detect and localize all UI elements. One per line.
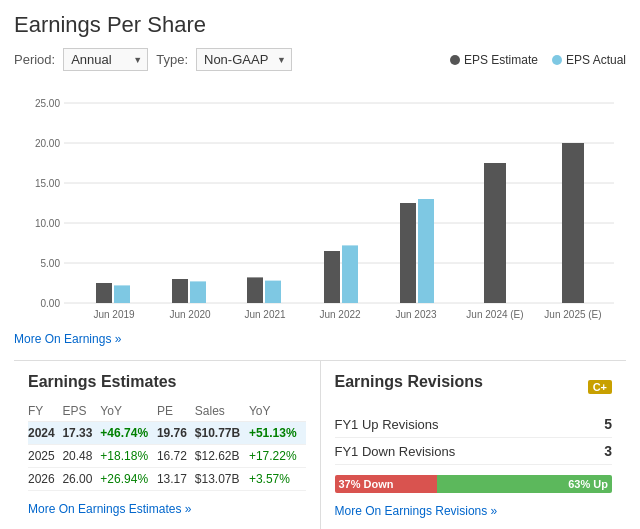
estimates-row-2024: 2024 17.33 +46.74% 19.76 $10.77B +51.13% — [28, 422, 306, 445]
fy1-up-row: FY1 Up Revisions 5 — [335, 411, 613, 438]
yoy-2024: +46.74% — [100, 422, 157, 445]
col-eps: EPS — [62, 401, 100, 422]
bar-2025-dark — [562, 143, 584, 303]
sales-yoy-2024: +51.13% — [249, 422, 306, 445]
bar-2021-dark — [247, 277, 263, 303]
period-select-wrapper[interactable]: Annual Quarterly — [63, 48, 148, 71]
eps-2024: 17.33 — [62, 422, 100, 445]
type-select-wrapper[interactable]: Non-GAAP GAAP — [196, 48, 292, 71]
bar-2021-blue — [265, 281, 281, 303]
estimates-title: Earnings Estimates — [28, 373, 306, 391]
grade-badge: C+ — [588, 380, 612, 394]
period-label: Period: — [14, 52, 55, 67]
more-revisions-link[interactable]: More On Earnings Revisions » — [335, 504, 498, 518]
actual-dot — [552, 55, 562, 65]
controls-row: Period: Annual Quarterly Type: Non-GAAP … — [14, 48, 626, 71]
col-sales-yoy: YoY — [249, 401, 306, 422]
fy1-up-val: 5 — [604, 416, 612, 432]
svg-text:10.00: 10.00 — [35, 218, 60, 229]
col-sales: Sales — [195, 401, 249, 422]
pe-2024: 19.76 — [157, 422, 195, 445]
svg-text:25.00: 25.00 — [35, 98, 60, 109]
down-pct-label: 37% Down — [339, 478, 394, 490]
up-pct-label: 63% Up — [568, 478, 608, 490]
sales-2025: $12.62B — [195, 445, 249, 468]
fy1-down-label: FY1 Down Revisions — [335, 444, 456, 459]
col-pe: PE — [157, 401, 195, 422]
yoy-2026: +26.94% — [100, 468, 157, 491]
pe-2025: 16.72 — [157, 445, 195, 468]
revisions-header: Earnings Revisions C+ — [335, 373, 613, 401]
type-label: Type: — [156, 52, 188, 67]
chart-area: 25.00 20.00 15.00 10.00 5.00 0.00 — [14, 83, 626, 323]
svg-text:Jun 2019: Jun 2019 — [93, 309, 135, 320]
period-select[interactable]: Annual Quarterly — [63, 48, 148, 71]
estimates-header-row: FY EPS YoY PE Sales YoY — [28, 401, 306, 422]
fy1-up-label: FY1 Up Revisions — [335, 417, 439, 432]
fy-2025: 2025 — [28, 445, 62, 468]
chart-svg: 25.00 20.00 15.00 10.00 5.00 0.00 — [14, 83, 626, 323]
eps-2026: 26.00 — [62, 468, 100, 491]
bar-2022-blue — [342, 245, 358, 303]
estimate-dot — [450, 55, 460, 65]
type-select[interactable]: Non-GAAP GAAP — [196, 48, 292, 71]
col-yoy: YoY — [100, 401, 157, 422]
page-title: Earnings Per Share — [14, 12, 626, 38]
bar-2019-dark — [96, 283, 112, 303]
svg-text:Jun 2023: Jun 2023 — [395, 309, 437, 320]
svg-text:0.00: 0.00 — [41, 298, 61, 309]
estimate-label: EPS Estimate — [464, 53, 538, 67]
revisions-title: Earnings Revisions — [335, 373, 484, 391]
main-container: Earnings Per Share Period: Annual Quarte… — [0, 0, 640, 529]
more-estimates-link[interactable]: More On Earnings Estimates » — [28, 502, 191, 516]
fy-2024: 2024 — [28, 422, 62, 445]
svg-text:5.00: 5.00 — [41, 258, 61, 269]
actual-label: EPS Actual — [566, 53, 626, 67]
more-earnings-link[interactable]: More On Earnings » — [14, 332, 121, 346]
svg-text:Jun 2025 (E): Jun 2025 (E) — [544, 309, 601, 320]
legend-actual: EPS Actual — [552, 53, 626, 67]
fy1-down-val: 3 — [604, 443, 612, 459]
pe-2026: 13.17 — [157, 468, 195, 491]
estimates-row-2025: 2025 20.48 +18.18% 16.72 $12.62B +17.22% — [28, 445, 306, 468]
bar-2019-blue — [114, 285, 130, 303]
sales-yoy-2026: +3.57% — [249, 468, 306, 491]
revisions-panel: Earnings Revisions C+ FY1 Up Revisions 5… — [321, 361, 627, 529]
svg-text:Jun 2022: Jun 2022 — [319, 309, 361, 320]
bar-2020-blue — [190, 281, 206, 303]
estimates-row-2026: 2026 26.00 +26.94% 13.17 $13.07B +3.57% — [28, 468, 306, 491]
svg-text:Jun 2020: Jun 2020 — [169, 309, 211, 320]
bar-2020-dark — [172, 279, 188, 303]
col-fy: FY — [28, 401, 62, 422]
fy-2026: 2026 — [28, 468, 62, 491]
bottom-panels: Earnings Estimates FY EPS YoY PE Sales Y… — [14, 360, 626, 529]
sales-2024: $10.77B — [195, 422, 249, 445]
legend-estimate: EPS Estimate — [450, 53, 538, 67]
bar-2023-dark — [400, 203, 416, 303]
progress-bar-up: 63% Up — [437, 475, 612, 493]
sales-yoy-2025: +17.22% — [249, 445, 306, 468]
svg-text:20.00: 20.00 — [35, 138, 60, 149]
bar-2023-blue — [418, 199, 434, 303]
sales-2026: $13.07B — [195, 468, 249, 491]
svg-text:15.00: 15.00 — [35, 178, 60, 189]
estimates-panel: Earnings Estimates FY EPS YoY PE Sales Y… — [14, 361, 321, 529]
progress-bar-down: 37% Down — [335, 475, 438, 493]
progress-bar: 37% Down 63% Up — [335, 475, 613, 493]
svg-text:Jun 2024 (E): Jun 2024 (E) — [466, 309, 523, 320]
svg-text:Jun 2021: Jun 2021 — [244, 309, 286, 320]
chart-legend: EPS Estimate EPS Actual — [450, 53, 626, 67]
bar-2022-dark — [324, 251, 340, 303]
yoy-2025: +18.18% — [100, 445, 157, 468]
estimates-table: FY EPS YoY PE Sales YoY 2024 17.33 +46.7… — [28, 401, 306, 491]
bar-2024-dark — [484, 163, 506, 303]
fy1-down-row: FY1 Down Revisions 3 — [335, 438, 613, 465]
eps-2025: 20.48 — [62, 445, 100, 468]
